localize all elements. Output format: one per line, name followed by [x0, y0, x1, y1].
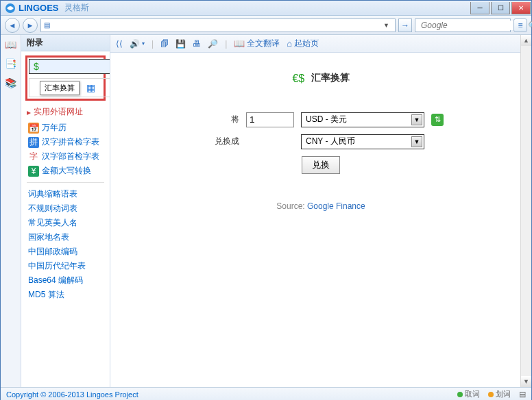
search-box[interactable]: G 🔍 ▾ [415, 18, 511, 32]
source-row: Source: Google Finance [124, 201, 518, 211]
book-icon: 📖 [234, 38, 245, 49]
label-from: 将 [198, 114, 239, 125]
sidebar-item-amount[interactable]: ¥金额大写转换 [21, 164, 110, 178]
home-icon: ⌂ [287, 38, 292, 49]
close-button[interactable]: ✕ [511, 2, 531, 14]
app-logo: LINGOES 灵格斯 [5, 2, 89, 14]
main-menu-button[interactable]: ≡ [513, 18, 527, 32]
address-bar[interactable]: ▤ ▼ [40, 18, 396, 32]
sidebar-item-label: 金额大写转换 [42, 165, 91, 177]
tb-fulltrans[interactable]: 📖全文翻译 [234, 38, 280, 49]
page-title: €$ 汇率换算 [124, 72, 518, 85]
minimize-button[interactable]: ─ [470, 2, 489, 14]
address-input[interactable] [53, 21, 380, 30]
sidebar-title: 附录 [21, 35, 110, 51]
main-panel: ⟨⟨ 🔊▾ | 🗐 💾 🖶 🔎 | 📖全文翻译 ⌂起始页 €$ 汇率换算 将 U… [110, 35, 531, 387]
window-controls: ─ ☐ ✕ [470, 2, 531, 14]
status-pick[interactable]: 取词 [457, 389, 480, 399]
chevron-down-icon: ▼ [411, 136, 422, 147]
sidebar-item-label: 中国邮政编码 [28, 246, 77, 258]
sidebar-list-plain: 词典缩略语表 不规则动词表 常见英美人名 国家地名表 中国邮政编码 中国历代纪年… [21, 186, 110, 303]
list-item[interactable]: 国家地名表 [21, 230, 110, 245]
search-input[interactable] [421, 21, 524, 30]
status-scribe[interactable]: 划词 [488, 389, 511, 399]
sidebar-item-label: 词典缩略语表 [28, 188, 77, 200]
status-label: 取词 [465, 389, 480, 399]
brand-cn: 灵格斯 [64, 2, 89, 14]
currency-to-select[interactable]: CNY - 人民币 ▼ [301, 134, 424, 149]
sidebar-section-header[interactable]: ▸ 实用外语网址 [21, 105, 110, 119]
sidebar-list-iconed: 📅万年历 拼汉字拼音检字表 字汉字部首检字表 ¥金额大写转换 [21, 119, 110, 179]
maximize-button[interactable]: ☐ [491, 2, 510, 14]
sidebar-item-label: 汉字拼音检字表 [42, 136, 99, 148]
sidebar-item-label: 国家地名表 [28, 232, 69, 243]
address-icon: ▤ [44, 21, 50, 29]
scrollbar[interactable]: ▲ ▼ [520, 35, 531, 387]
left-icon-column: 📖 📑 📚 [1, 35, 21, 387]
tb-sound-icon[interactable]: 🔊▾ [130, 39, 145, 49]
section-label: 实用外语网址 [34, 106, 83, 118]
sidebar: 附录 $ ⚖ ☎ ◷ ▦ Ab 🖩 字 汇率换算 ▸ 实用外语网址 📅万年历 拼… [21, 35, 110, 387]
convert-button[interactable]: 兑换 [302, 156, 340, 174]
tb-print-icon[interactable]: 🖶 [193, 39, 201, 49]
guide-tab-icon[interactable]: 📑 [4, 57, 18, 71]
tb-label: 全文翻译 [247, 38, 280, 49]
sidebar-item-label: 常见英美人名 [28, 217, 77, 229]
forward-button[interactable]: ► [23, 18, 38, 33]
address-dropdown-icon[interactable]: ▼ [380, 22, 392, 29]
tool-grid-highlight: $ ⚖ ☎ ◷ ▦ Ab 🖩 字 汇率换算 [25, 55, 106, 101]
collapse-icon: ▸ [27, 108, 31, 117]
tool-tooltip: 汇率换算 [40, 81, 80, 95]
list-item[interactable]: 常见英美人名 [21, 216, 110, 230]
tb-copy-icon[interactable]: 🗐 [160, 39, 169, 49]
sidebar-item-calendar[interactable]: 📅万年历 [21, 121, 110, 135]
sidebar-item-pinyin[interactable]: 拼汉字拼音检字表 [21, 135, 110, 149]
list-item[interactable]: 中国历代纪年表 [21, 259, 110, 273]
currency-from-select[interactable]: USD - 美元 ▼ [301, 112, 424, 127]
radical-icon: 字 [28, 151, 39, 162]
source-link[interactable]: Google Finance [307, 201, 365, 211]
select-value: USD - 美元 [306, 114, 347, 125]
pinyin-icon: 拼 [28, 137, 39, 148]
appendix-tab-icon[interactable]: 📚 [4, 76, 18, 90]
tb-nav-back-icon[interactable]: ⟨⟨ [116, 39, 123, 49]
amount-input[interactable] [246, 112, 294, 127]
tool-currency-icon[interactable]: $ [29, 59, 110, 74]
amount-icon: ¥ [28, 166, 39, 177]
status-settings-icon[interactable]: ▤ [519, 390, 526, 399]
currency-title-icon: €$ [292, 73, 304, 84]
scroll-up-icon[interactable]: ▲ [521, 35, 531, 46]
statusbar: Copyright © 2006-2013 Lingoes Project 取词… [1, 387, 531, 400]
status-label: 划词 [496, 389, 511, 399]
sidebar-item-radical[interactable]: 字汉字部首检字表 [21, 149, 110, 164]
dot-orange-icon [488, 392, 494, 397]
list-item[interactable]: MD5 算法 [21, 288, 110, 302]
calendar-icon: 📅 [28, 123, 39, 134]
logo-icon [5, 3, 16, 14]
tb-label: 起始页 [294, 38, 319, 49]
copyright-text: Copyright © 2006-2013 Lingoes Project [6, 390, 138, 399]
tb-save-icon[interactable]: 💾 [176, 39, 186, 49]
list-item[interactable]: 不规则动词表 [21, 201, 110, 216]
sidebar-item-label: 汉字部首检字表 [42, 151, 99, 162]
title-text: 汇率换算 [311, 72, 350, 83]
dot-green-icon [457, 392, 463, 397]
sidebar-item-label: 不规则动词表 [28, 203, 77, 214]
content-toolbar: ⟨⟨ 🔊▾ | 🗐 💾 🖶 🔎 | 📖全文翻译 ⌂起始页 [110, 35, 531, 53]
back-button[interactable]: ◄ [5, 18, 20, 33]
dict-tab-icon[interactable]: 📖 [4, 38, 18, 51]
row-to: 兑换成 CNY - 人民币 ▼ [124, 134, 518, 149]
scroll-down-icon[interactable]: ▼ [521, 376, 531, 387]
swap-button[interactable]: ⇅ [431, 114, 444, 126]
list-item[interactable]: 词典缩略语表 [21, 187, 110, 201]
tb-home[interactable]: ⌂起始页 [287, 38, 319, 49]
search-icon[interactable]: 🔍 [527, 21, 532, 30]
brand-text: LINGOES [19, 3, 59, 13]
divider [27, 182, 104, 183]
list-item[interactable]: Base64 编解码 [21, 273, 110, 288]
sidebar-item-label: Base64 编解码 [28, 275, 83, 286]
tb-find-icon[interactable]: 🔎 [208, 39, 218, 49]
list-item[interactable]: 中国邮政编码 [21, 245, 110, 259]
go-button[interactable]: → [398, 18, 412, 32]
source-prefix: Source: [276, 201, 307, 211]
